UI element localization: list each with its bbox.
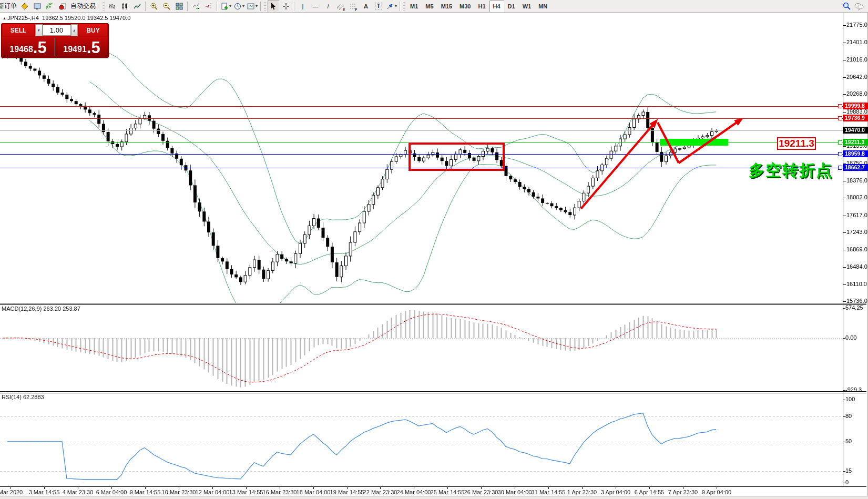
search-icon[interactable] <box>841 1 852 12</box>
chart-shift-icon[interactable] <box>203 1 215 12</box>
timeframe-d1[interactable]: D1 <box>504 1 519 12</box>
chevron-down-icon: ▾ <box>242 4 244 8</box>
crosshair-tool-button[interactable] <box>280 1 292 12</box>
gold-badge-icon[interactable] <box>19 1 30 12</box>
price-axis-tick: 15736.0 <box>846 298 867 304</box>
time-axis-label: 9 Mar 14:55 <box>130 489 161 495</box>
rsi-axis-tick: 80 <box>845 413 852 419</box>
time-axis-label: 16 Mar 23:30 <box>263 489 297 495</box>
timeframe-h4[interactable]: H4 <box>489 1 504 12</box>
time-axis-label: 3 Apr 04:00 <box>601 489 630 495</box>
channel-sub-glyph: E <box>343 8 345 12</box>
separator <box>145 2 146 11</box>
rsi-axis-tick: 100 <box>845 396 855 402</box>
price-tag: 19999.8 <box>843 103 868 109</box>
sell-price-main: 19468 <box>9 44 33 55</box>
autoscroll-icon[interactable] <box>190 1 202 12</box>
timeframe-group: M1M5M15M30H1H4D1W1MN <box>406 1 551 12</box>
template-button[interactable]: ▾ <box>246 1 258 12</box>
price-axis-tick: 21775.0 <box>846 22 867 28</box>
price-tag: 18662.7 <box>843 164 868 171</box>
time-axis-label: 19 Mar 14:55 <box>330 489 364 495</box>
signal-icon[interactable] <box>44 1 56 12</box>
zoom-out-icon[interactable] <box>161 1 172 12</box>
sell-button[interactable]: SELL <box>3 24 34 36</box>
main-toolbar: 新订单 自动交易 ▾ ▾ ▾ | — / E F A T ▾ M1M5M15M3… <box>0 0 868 13</box>
timeframe-mn[interactable]: MN <box>535 1 551 12</box>
add-indicator-button[interactable]: ▾ <box>220 1 232 12</box>
fibo-sub: F <box>355 8 357 12</box>
volume-increase-button[interactable]: ▲ <box>71 24 78 36</box>
trendline-tool[interactable]: / <box>322 1 334 12</box>
price-axis-tick: 18376.0 <box>846 177 867 184</box>
time-axis-label: 25 Mar 14:55 <box>431 489 465 495</box>
price-axis-tick: 17243.0 <box>846 229 867 235</box>
grip-handle[interactable] <box>403 2 405 11</box>
tile-windows-icon[interactable] <box>173 1 185 12</box>
time-axis-label: 31 Mar 14:55 <box>532 489 566 495</box>
text-tool[interactable]: A <box>360 1 372 12</box>
rsi-axis-tick: 0 <box>845 479 849 485</box>
time-axis-label: 4 Mar 23:30 <box>63 489 94 495</box>
price-axis-tick: 17617.0 <box>846 212 867 218</box>
separator <box>217 2 218 11</box>
candlestick-chart-icon[interactable] <box>119 1 130 12</box>
fibonacci-tool[interactable]: F <box>348 1 359 12</box>
macd-axis-tick: -929.3 <box>845 386 862 393</box>
timeframe-w1[interactable]: W1 <box>519 1 535 12</box>
autotrade-label[interactable]: 自动交易 <box>69 2 97 11</box>
time-axis-label: 26 Mar 23:30 <box>464 489 498 495</box>
volume-input[interactable] <box>43 25 71 36</box>
macd-indicator-label: MACD(12,26,9) 263.20 253.87 <box>2 305 80 312</box>
periods-clock-button[interactable]: ▾ <box>233 1 245 12</box>
one-click-trading-panel: SELL ▼ ▲ BUY 19468 .5 19491 .5 <box>1 23 109 58</box>
chevron-down-icon: ▾ <box>256 4 258 8</box>
time-axis-label: 6 Mar 04:00 <box>96 489 127 495</box>
price-axis-tick: 21016.0 <box>846 56 867 63</box>
timeframe-m5[interactable]: M5 <box>422 1 437 12</box>
new-order-button[interactable]: 新订单 <box>0 2 18 11</box>
sell-price[interactable]: 19468 .5 <box>2 37 55 57</box>
horizontal-line-tool[interactable]: — <box>310 1 321 12</box>
chat-icon[interactable] <box>853 1 865 12</box>
price-axis-tick: 18002.0 <box>846 194 867 200</box>
terminal-icon[interactable] <box>32 1 43 12</box>
time-axis-label: 7 Apr 23:30 <box>668 489 698 495</box>
grip-handle[interactable] <box>264 2 266 11</box>
price-tag: 19470.0 <box>843 127 868 134</box>
vertical-line-tool[interactable]: | <box>297 1 309 12</box>
chevron-down-icon: ▾ <box>229 4 231 8</box>
time-axis-label: 12 Mar 04:00 <box>196 489 230 495</box>
bar-chart-icon[interactable] <box>106 1 118 12</box>
separator <box>294 2 295 11</box>
price-axis-tick: 16869.0 <box>846 246 867 252</box>
buy-price-main: 19491 <box>63 44 87 55</box>
timeframe-m15[interactable]: M15 <box>437 1 456 12</box>
collapse-panel-icon[interactable]: ▲ <box>3 16 6 20</box>
equidistant-channel-tool[interactable]: E <box>335 1 346 12</box>
time-axis-label: 18 Mar 04:00 <box>297 489 331 495</box>
grip-handle[interactable] <box>103 2 105 11</box>
text-label-tool[interactable]: T <box>373 1 384 12</box>
separator <box>99 2 100 11</box>
time-axis-label: Mar 2020 <box>0 489 23 495</box>
price-chart-canvas[interactable] <box>0 0 868 499</box>
time-axis-label: 24 Mar 04:00 <box>397 489 431 495</box>
price-level-label-box[interactable]: 19211.3 <box>777 137 816 150</box>
time-axis-label: 22 Mar 23:30 <box>363 489 397 495</box>
timeframe-m1[interactable]: M1 <box>406 1 422 12</box>
timeframe-h1[interactable]: H1 <box>474 1 489 12</box>
arrows-tool-button[interactable]: ▾ <box>385 1 397 12</box>
buy-price[interactable]: 19491 .5 <box>55 37 108 57</box>
time-axis-label: 13 Mar 14:55 <box>229 489 263 495</box>
turning-point-annotation[interactable]: 多空转折点 <box>749 160 833 181</box>
buy-button[interactable]: BUY <box>79 24 107 36</box>
rsi-axis-tick: 15 <box>845 467 852 474</box>
volume-decrease-button[interactable]: ▼ <box>35 24 43 36</box>
zoom-in-icon[interactable] <box>148 1 160 12</box>
line-chart-icon[interactable] <box>131 1 143 12</box>
timeframe-m30[interactable]: M30 <box>456 1 474 12</box>
cursor-tool-button[interactable] <box>268 1 279 12</box>
macd-axis-tick: 0.00 <box>845 334 856 341</box>
autotrade-button[interactable] <box>57 1 68 12</box>
